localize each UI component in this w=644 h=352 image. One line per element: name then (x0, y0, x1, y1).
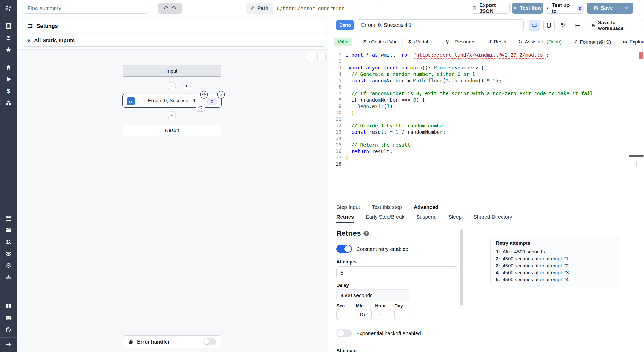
add-variable-button[interactable]: $+Variable (402, 38, 439, 46)
home-icon[interactable] (5, 64, 12, 71)
save-floppy-icon (594, 6, 598, 11)
settings-gear-icon[interactable]: ⚙ (5, 262, 12, 269)
docs-book-icon[interactable] (5, 302, 12, 310)
export-json-button[interactable]: Export JSON (472, 3, 510, 14)
concurrency-square-button[interactable] (543, 20, 555, 31)
retry-cycle-icon (532, 23, 537, 28)
save-dropdown-button[interactable] (620, 3, 633, 14)
subtab-retries[interactable]: Retries (336, 212, 354, 223)
all-static-inputs-row[interactable]: $ All Static Inputs (23, 34, 325, 47)
path-input[interactable] (273, 3, 377, 14)
subtab-sleep[interactable]: Sleep (448, 212, 462, 223)
retry-attempts-panel: Retry attempts 1:After 4500 seconds 2:45… (490, 237, 619, 287)
add-step-button[interactable]: + (168, 82, 176, 90)
sec-input[interactable] (336, 309, 352, 320)
code-editor[interactable]: 1import * as wmill from "https://deno.la… (328, 50, 644, 203)
workspace-building-icon[interactable] (5, 22, 12, 30)
workers-robot-icon[interactable] (5, 274, 12, 281)
min-input[interactable] (356, 309, 372, 320)
constant-retry-toggle[interactable] (336, 245, 352, 253)
tab-step-input[interactable]: Step Input (336, 203, 360, 212)
windmill-logo[interactable] (0, 0, 17, 16)
save-floppy-icon (591, 23, 596, 28)
sleep-bed-button[interactable] (572, 20, 583, 31)
code-line: 17} (328, 154, 644, 161)
sidebar-divider (0, 337, 17, 338)
assistant-button[interactable]: ↻Assistant(Deno) (512, 38, 567, 46)
variables-dollar-icon[interactable]: $ (5, 87, 12, 95)
collapse-arrow-icon[interactable] (5, 341, 12, 348)
user-icon[interactable] (5, 34, 12, 42)
retries-toggle-button[interactable] (529, 20, 540, 31)
code-line: 2 (328, 58, 644, 64)
subtab-suspend[interactable]: Suspend (416, 212, 437, 223)
schedules-calendar-icon[interactable] (5, 214, 12, 222)
step-title-input[interactable] (357, 19, 524, 31)
trigger-bolt-button[interactable] (182, 82, 191, 90)
github-icon[interactable] (5, 326, 12, 334)
resources-cubes-icon[interactable] (5, 99, 12, 107)
bed-icon (575, 23, 580, 28)
dollar-icon: $ (28, 37, 31, 43)
subtab-shared-directory[interactable]: Shared Directory (473, 212, 512, 223)
move-step-button[interactable] (200, 91, 208, 99)
pencil-icon (250, 6, 255, 11)
reset-button[interactable]: ↺Reset (481, 38, 512, 46)
input-node[interactable]: Input (123, 65, 221, 77)
code-line: 1import * as wmill from "https://deno.la… (328, 51, 644, 58)
sec-label: Sec (336, 303, 345, 309)
format-button[interactable]: Format (⌘+S) (567, 38, 617, 46)
refresh-icon: ↻ (518, 39, 523, 45)
save-button[interactable]: Save (587, 3, 620, 14)
play-icon (546, 6, 549, 10)
error-handler-toggle[interactable] (203, 338, 216, 345)
hour-input[interactable] (375, 309, 391, 320)
language-badge[interactable]: Deno (336, 20, 354, 30)
advanced-subtabs: Retries Early Stop/Break Suspend Sleep S… (328, 212, 644, 223)
step-editor-panel: Deno Save to workspace Valid $+Context V… (328, 16, 644, 352)
groups-users-icon[interactable] (5, 238, 12, 246)
step-retry-badge[interactable] (196, 104, 205, 112)
retries-scrollbar[interactable] (460, 229, 463, 306)
editor-overview-ruler (638, 50, 638, 163)
favorites-star-icon[interactable] (5, 46, 12, 54)
info-icon[interactable]: i (363, 231, 369, 236)
error-handler-label: Error handler (137, 339, 200, 345)
flow-settings-row[interactable]: Settings (23, 20, 325, 32)
subtab-early-stop[interactable]: Early Stop/Break (366, 212, 404, 223)
zoom-out-button[interactable]: − (317, 53, 326, 61)
day-input[interactable] (394, 309, 410, 320)
save-to-workspace-button[interactable]: Save to workspace (587, 20, 644, 31)
zoom-in-button[interactable]: + (307, 53, 315, 61)
discord-icon[interactable] (5, 314, 12, 322)
add-resource-button[interactable]: +Resource (439, 38, 481, 46)
add-step-button[interactable]: + (168, 111, 176, 119)
audit-eye-icon[interactable] (5, 250, 12, 258)
tab-test-this-step[interactable]: Test this step (372, 203, 402, 212)
test-flow-button[interactable]: Test flow (512, 3, 543, 14)
undo-icon[interactable]: ↶ (163, 5, 168, 11)
editor-horizontal-scrollbar[interactable] (629, 155, 644, 157)
delete-step-button[interactable]: × (217, 91, 225, 99)
tab-advanced[interactable]: Advanced (414, 203, 438, 212)
code-line: 5 const randomNumber = Math.floor(Math.r… (328, 77, 644, 84)
result-node[interactable]: Result (123, 125, 221, 136)
flow-summary-input[interactable] (23, 3, 148, 14)
sidebar: $ ⚙ (0, 0, 17, 352)
typescript-badge: TS (127, 97, 135, 105)
suspend-phone-button[interactable] (558, 20, 569, 31)
runs-play-icon[interactable] (5, 75, 12, 83)
sidebar-divider (0, 59, 17, 59)
windmill-flow-editor: $ ⚙ (0, 0, 644, 352)
delay-input[interactable] (336, 289, 410, 301)
clipped-attempts-label: Attempts (336, 348, 357, 352)
flow-canvas[interactable]: + − Input + Error if 0, Success if 1 TS … (17, 49, 328, 352)
folders-icon[interactable] (5, 226, 12, 234)
exponential-backoff-toggle[interactable] (336, 329, 352, 337)
redo-icon[interactable]: ↷ (172, 5, 177, 11)
test-up-to-button[interactable]: Test up to d (546, 3, 584, 14)
explore-scripts-button[interactable]: Explore other s (617, 38, 644, 46)
attempts-input[interactable] (336, 266, 458, 279)
add-context-var-button[interactable]: $+Context Var (358, 38, 402, 46)
error-handler-card[interactable]: Error handler (123, 335, 221, 348)
